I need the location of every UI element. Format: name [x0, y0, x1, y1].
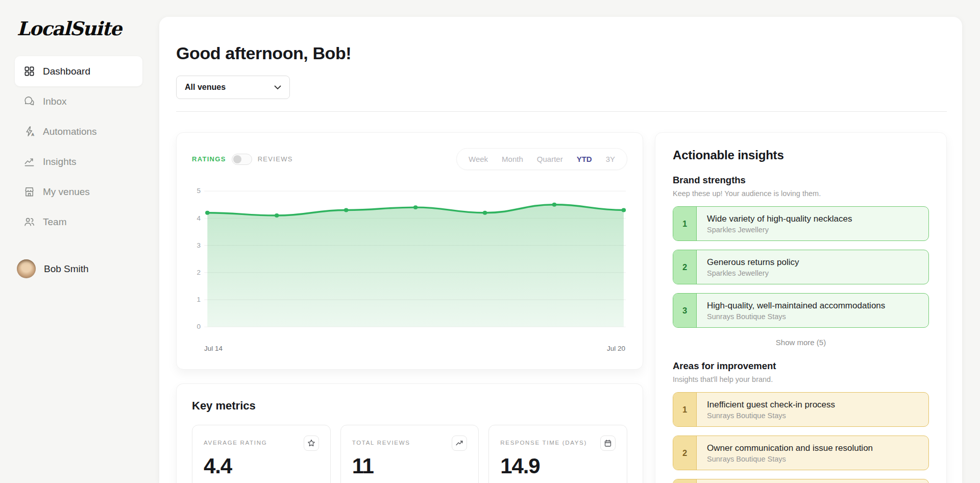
people-icon: [23, 216, 35, 228]
key-metrics-row: AVERAGE RATING 4.4 8.3% vs previous peri…: [192, 425, 627, 483]
insight-rank-badge: 1: [673, 207, 697, 240]
star-icon: [307, 439, 315, 447]
insight-title: Wide variety of high-quality necklaces: [707, 214, 852, 224]
metric-value: 14.9: [500, 454, 616, 478]
insight-title: High-quality, well-maintained accommodat…: [707, 301, 885, 311]
store-icon: [23, 186, 35, 198]
svg-text:5: 5: [197, 187, 201, 195]
svg-text:3: 3: [197, 242, 201, 249]
user-profile[interactable]: Bob Smith: [17, 259, 142, 278]
insight-rank-badge: 1: [673, 393, 697, 426]
metric-icon-badge: [452, 436, 467, 451]
svg-text:2: 2: [197, 269, 201, 276]
range-option-week[interactable]: Week: [469, 155, 488, 163]
toggle-ratings-label[interactable]: RATINGS: [192, 155, 226, 163]
chart-icon: [23, 156, 35, 167]
key-metrics-card: Key metrics AVERAGE RATING 4.4 8.3% vs p…: [176, 383, 643, 483]
header-divider: [176, 111, 947, 112]
metric-label: RESPONSE TIME (DAYS): [500, 436, 587, 446]
metric-toggle: RATINGS REVIEWS: [192, 154, 293, 165]
improvements-subtitle: Insights that'll help your brand.: [673, 375, 929, 383]
user-name: Bob Smith: [44, 263, 89, 275]
insight-venue: Sparkles Jewellery: [707, 226, 852, 234]
bolt-icon: A: [23, 126, 35, 137]
insights-title: Actionable insights: [673, 148, 929, 162]
metric-card: TOTAL REVIEWS 11 57.1% vs previous perio…: [340, 425, 479, 483]
metric-toggle-switch[interactable]: [232, 154, 252, 165]
chart-area: 012345 Jul 14 Jul 20: [192, 184, 627, 352]
sidebar-nav: Dashboard Inbox A Automations Insights M…: [17, 56, 142, 237]
metric-icon-badge: [304, 436, 319, 451]
range-option-ytd[interactable]: YTD: [577, 155, 592, 163]
sidebar-item-insights[interactable]: Insights: [15, 147, 142, 177]
page-title: Good afternoon, Bob!: [176, 43, 947, 63]
trend-icon: [455, 439, 463, 447]
main-content: Good afternoon, Bob! All venues RATINGS …: [159, 17, 962, 483]
grid-icon: [23, 65, 35, 77]
sidebar-item-automations[interactable]: A Automations: [15, 116, 142, 147]
time-range-selector: WeekMonthQuarterYTD3Y: [456, 148, 627, 170]
sidebar-item-team[interactable]: Team: [15, 207, 142, 237]
insight-rank-badge: 3: [673, 294, 697, 327]
insight-venue: Sunrays Boutique Stays: [707, 455, 873, 463]
insight-card: 2 Owner communication and issue resoluti…: [673, 436, 929, 470]
improvements-list: 1 Inefficient guest check-in process Sun…: [673, 392, 929, 483]
actionable-insights-card: Actionable insights Brand strengths Keep…: [655, 132, 947, 483]
svg-text:4: 4: [197, 214, 201, 222]
insight-venue: Sparkles Jewellery: [707, 269, 799, 277]
chart-x-axis: Jul 14 Jul 20: [204, 345, 625, 352]
metric-icon-badge: [600, 436, 616, 451]
x-axis-start-label: Jul 14: [204, 345, 223, 352]
insight-venue: Sunrays Boutique Stays: [707, 312, 885, 321]
app-logo: LocalSuite: [17, 17, 142, 40]
svg-text:1: 1: [197, 296, 201, 303]
x-axis-end-label: Jul 20: [607, 345, 625, 352]
chevron-down-icon: [274, 85, 281, 90]
toggle-reviews-label[interactable]: REVIEWS: [258, 155, 293, 163]
strengths-subtitle: Keep these up! Your audience is loving t…: [673, 189, 929, 198]
metric-label: TOTAL REVIEWS: [352, 436, 410, 446]
venue-filter-value: All venues: [185, 83, 226, 92]
insight-rank-badge: 2: [673, 250, 697, 284]
show-more-link[interactable]: Show more (5): [673, 338, 929, 347]
insight-venue: Sunrays Boutique Stays: [707, 412, 835, 420]
insight-card: 1 Wide variety of high-quality necklaces…: [673, 206, 929, 241]
sidebar: LocalSuite Dashboard Inbox A Automations…: [0, 0, 159, 483]
insight-card: 3 High-quality, well-maintained accommod…: [673, 293, 929, 328]
insight-rank-badge: 2: [673, 436, 697, 470]
calendar-icon: [604, 439, 612, 447]
metric-value: 11: [352, 454, 468, 478]
key-metrics-title: Key metrics: [192, 399, 627, 413]
sidebar-item-label: Dashboard: [43, 66, 90, 77]
metric-label: AVERAGE RATING: [204, 436, 267, 446]
range-option-3y[interactable]: 3Y: [606, 155, 615, 163]
metric-card: AVERAGE RATING 4.4 8.3% vs previous peri…: [192, 425, 331, 483]
sidebar-item-label: Insights: [43, 156, 76, 167]
insight-title: Inefficient guest check-in process: [707, 400, 835, 410]
sidebar-item-label: Inbox: [43, 96, 66, 107]
improvements-title: Areas for improvement: [673, 360, 929, 372]
svg-text:0: 0: [197, 323, 201, 330]
avatar: [17, 259, 36, 278]
toggle-knob: [233, 155, 241, 163]
strengths-list: 1 Wide variety of high-quality necklaces…: [673, 206, 929, 328]
sidebar-item-inbox[interactable]: Inbox: [15, 86, 142, 116]
sidebar-item-dashboard[interactable]: Dashboard: [15, 56, 142, 86]
sidebar-item-label: My venues: [43, 186, 90, 198]
ratings-chart: 012345: [192, 184, 627, 336]
range-option-month[interactable]: Month: [502, 155, 523, 163]
insight-card: 3: [673, 479, 929, 483]
sidebar-item-label: Automations: [43, 126, 97, 137]
insight-card: 2 Generous returns policy Sparkles Jewel…: [673, 250, 929, 284]
range-option-quarter[interactable]: Quarter: [537, 155, 563, 163]
metric-value: 4.4: [204, 454, 319, 478]
sidebar-item-my-venues[interactable]: My venues: [15, 177, 142, 207]
insight-rank-badge: 3: [673, 479, 697, 483]
venue-filter-select[interactable]: All venues: [176, 76, 290, 99]
strengths-title: Brand strengths: [673, 175, 929, 186]
sidebar-item-label: Team: [43, 216, 66, 228]
insight-title: Owner communication and issue resolution: [707, 443, 873, 453]
chat-icon: [23, 95, 35, 107]
ratings-chart-card: RATINGS REVIEWS WeekMonthQuarterYTD3Y 01…: [176, 132, 643, 370]
metric-card: RESPONSE TIME (DAYS) 14.9 90% vs previou…: [488, 425, 627, 483]
